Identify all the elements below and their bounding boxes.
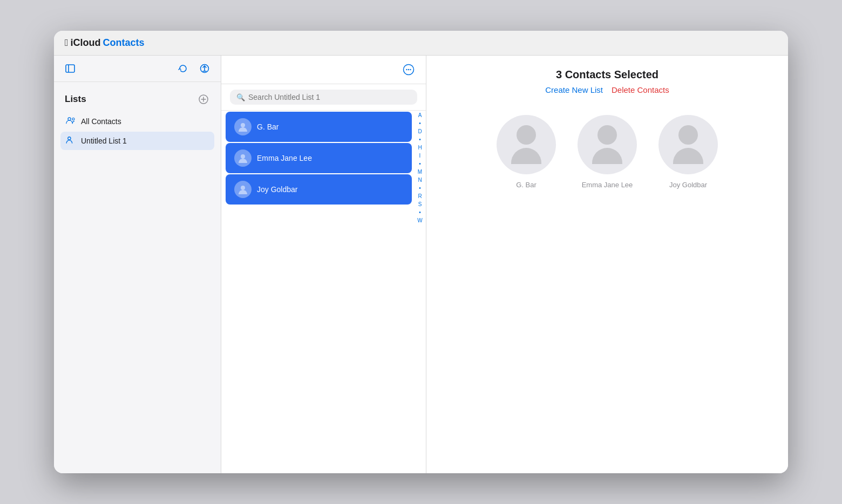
search-bar: 🔍: [221, 84, 426, 111]
alpha-d[interactable]: D: [416, 128, 424, 135]
detail-header: 3 Contacts Selected Create New List Dele…: [448, 69, 766, 94]
main-layout: Lists: [54, 56, 788, 473]
contact-avatar-large-1: [497, 115, 556, 174]
contact-card-name-1: G. Bar: [516, 181, 537, 189]
title-bar:  iCloud Contacts: [54, 31, 788, 56]
alpha-i[interactable]: I: [416, 152, 424, 159]
plus-circle-icon: [199, 94, 208, 104]
people-icon: [66, 117, 76, 124]
alpha-w[interactable]: W: [416, 217, 424, 224]
contact-list-panel: 🔍 G. Bar: [221, 56, 426, 473]
avatar-placeholder-icon: [237, 121, 248, 132]
contact-name-2: Emma Jane Lee: [257, 154, 312, 162]
detail-actions: Create New List Delete Contacts: [545, 85, 669, 94]
contact-avatar-large-2: [578, 115, 637, 174]
add-list-button[interactable]: [197, 93, 210, 106]
selected-count: 3 Contacts Selected: [556, 69, 658, 81]
person-list-icon: [66, 136, 76, 144]
untitled-list-icon: [66, 136, 76, 146]
refresh-button[interactable]: [175, 61, 191, 76]
svg-point-12: [406, 69, 407, 70]
svg-point-13: [408, 69, 409, 70]
avatar-head-1: [517, 125, 536, 145]
avatar-body-2: [592, 148, 622, 164]
avatar-figure-1: [511, 125, 541, 164]
contact-name-3: Joy Goldbar: [257, 185, 297, 194]
lists-header: Lists: [60, 91, 214, 112]
sidebar-item-all-contacts[interactable]: All Contacts: [60, 112, 214, 131]
contact-row-1[interactable]: G. Bar: [226, 112, 412, 142]
export-icon: [199, 63, 210, 74]
alpha-dot-1: •: [416, 120, 424, 127]
contact-list-toolbar: [221, 56, 426, 84]
alpha-dot-4: •: [416, 185, 424, 192]
all-contacts-label: All Contacts: [81, 117, 121, 126]
svg-point-15: [241, 123, 245, 127]
sidebar-content: Lists: [54, 82, 221, 160]
contact-avatar-1: [234, 118, 252, 135]
contact-avatar-large-3: [658, 115, 718, 174]
more-options-icon: [403, 64, 415, 76]
detail-panel: 3 Contacts Selected Create New List Dele…: [426, 56, 788, 473]
all-contacts-icon: [66, 117, 76, 126]
svg-point-9: [72, 118, 74, 120]
alphabet-bar: A • D • H I • M N • R S • W: [415, 110, 425, 473]
search-input[interactable]: [248, 93, 411, 101]
svg-point-17: [241, 186, 245, 190]
sidebar-toolbar: [54, 56, 221, 82]
svg-point-8: [68, 118, 71, 120]
contact-row-2[interactable]: Emma Jane Lee: [226, 143, 412, 173]
svg-point-14: [410, 69, 411, 70]
svg-rect-0: [66, 65, 74, 72]
search-icon: 🔍: [236, 93, 245, 101]
refresh-icon: [178, 63, 188, 74]
lists-title: Lists: [65, 94, 86, 105]
alpha-a[interactable]: A: [416, 112, 424, 119]
contact-name-1: G. Bar: [257, 122, 279, 131]
untitled-list-label: Untitled List 1: [81, 137, 127, 145]
svg-point-10: [68, 137, 71, 140]
contacts-label: Contacts: [103, 37, 145, 49]
alpha-dot-3: •: [416, 160, 424, 167]
avatar-placeholder-icon: [237, 184, 248, 195]
sidebar-item-untitled-list[interactable]: Untitled List 1: [60, 132, 214, 150]
contact-card-2[interactable]: Emma Jane Lee: [578, 115, 637, 189]
create-new-list-button[interactable]: Create New List: [545, 85, 603, 94]
more-options-button[interactable]: [400, 61, 417, 78]
contact-card-name-2: Emma Jane Lee: [582, 181, 633, 189]
alpha-r[interactable]: R: [416, 193, 424, 200]
contact-avatar-3: [234, 181, 252, 198]
alpha-s[interactable]: S: [416, 201, 424, 208]
app-window:  iCloud Contacts: [54, 31, 788, 473]
alpha-dot-2: •: [416, 136, 424, 143]
avatar-head-3: [678, 125, 698, 145]
contacts-list: G. Bar Emma Jane Lee: [221, 111, 426, 473]
search-input-wrap: 🔍: [230, 90, 417, 105]
avatar-placeholder-icon: [237, 153, 248, 164]
contact-card-3[interactable]: Joy Goldbar: [658, 115, 718, 189]
export-button[interactable]: [197, 61, 212, 76]
delete-contacts-button[interactable]: Delete Contacts: [612, 85, 669, 94]
avatar-body-1: [511, 148, 541, 164]
contact-avatar-2: [234, 149, 252, 167]
apple-icon: : [65, 37, 69, 49]
alpha-dot-5: •: [416, 209, 424, 216]
sidebar-toggle-icon: [65, 63, 76, 74]
app-logo:  iCloud Contacts: [65, 37, 145, 49]
avatar-figure-2: [592, 125, 622, 164]
contact-card-1[interactable]: G. Bar: [497, 115, 556, 189]
avatar-figure-3: [673, 125, 703, 164]
alpha-h[interactable]: H: [416, 144, 424, 151]
toggle-sidebar-button[interactable]: [63, 61, 78, 76]
contact-cards: G. Bar Emma Jane Lee: [497, 115, 718, 189]
sidebar: Lists: [54, 56, 221, 473]
svg-point-16: [241, 154, 245, 159]
alpha-m[interactable]: M: [416, 168, 424, 175]
avatar-head-2: [597, 125, 617, 145]
contact-row-3[interactable]: Joy Goldbar: [226, 174, 412, 205]
contact-card-name-3: Joy Goldbar: [669, 181, 707, 189]
alpha-n[interactable]: N: [416, 176, 424, 183]
icloud-label: iCloud: [71, 37, 101, 49]
avatar-body-3: [673, 148, 703, 164]
